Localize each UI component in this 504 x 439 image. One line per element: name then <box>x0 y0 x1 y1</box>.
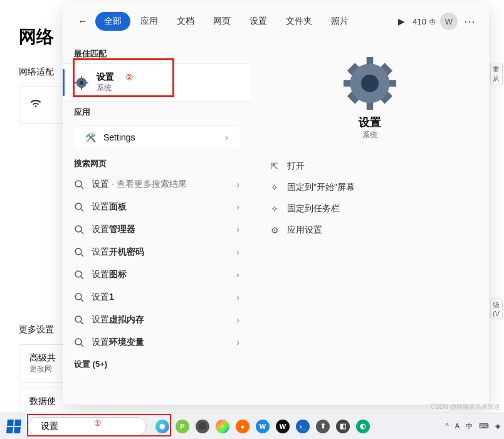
chevron-right-icon: › <box>236 202 239 212</box>
svg-point-31 <box>361 75 379 92</box>
web-item-text: 设置 - 查看更多搜索结果 <box>92 179 187 190</box>
rewards-points[interactable]: 410♔ <box>412 17 436 26</box>
pin-icon: ✧ <box>270 182 280 193</box>
svg-line-15 <box>81 277 83 279</box>
search-tabs: 全部 应用 文档 网页 设置 文件夹 照片 <box>95 12 391 31</box>
taskbar-app-icon[interactable]: ◉ <box>153 417 172 436</box>
tray-keyboard-icon[interactable]: ⌨ <box>479 422 489 430</box>
app-name: Settings <box>103 132 135 142</box>
search-header: ← 全部 应用 文档 网页 设置 文件夹 照片 ▶ 410♔ W ⋯ <box>63 3 489 40</box>
web-item-text: 设置环境变量 <box>92 337 144 348</box>
gear-icon <box>74 75 89 90</box>
action-pin-start[interactable]: ✧固定到"开始"屏幕 <box>263 177 476 198</box>
back-arrow-icon[interactable]: ← <box>74 13 92 29</box>
rewards-icon: ♔ <box>429 17 436 26</box>
taskbar-app-icon[interactable]: ● <box>233 417 252 436</box>
gear-icon: ⚙ <box>270 225 280 235</box>
action-label: 打开 <box>287 161 305 172</box>
svg-point-1 <box>80 80 83 84</box>
chevron-right-icon: › <box>236 225 239 235</box>
gear-icon-large <box>344 57 396 110</box>
search-results-left: 最佳匹配 设置 系统 应用 🛠️ Settings › 搜索网页 <box>63 40 251 405</box>
best-match-item[interactable]: 设置 系统 <box>63 63 251 102</box>
action-app-settings[interactable]: ⚙应用设置 <box>263 220 476 241</box>
web-search-item[interactable]: 设置1› <box>63 286 251 309</box>
open-icon: ⇱ <box>270 161 280 171</box>
search-details-right: 设置 系统 ⇱打开 ✧固定到"开始"屏幕 ✧固定到任务栏 ⚙应用设置 <box>251 40 489 405</box>
search-input[interactable] <box>41 421 150 431</box>
action-label: 固定到任务栏 <box>287 203 340 214</box>
chevron-right-icon: › <box>225 132 228 142</box>
svg-line-9 <box>81 209 83 211</box>
taskbar-app-icon[interactable]: W <box>253 417 272 436</box>
tray-chevron-icon[interactable]: ^ <box>445 422 448 430</box>
chevron-right-icon: › <box>236 179 239 189</box>
taskbar-search[interactable] <box>28 417 147 436</box>
search-icon <box>74 315 84 325</box>
web-item-text: 设置图标 <box>92 269 127 280</box>
web-search-item[interactable]: 设置虚拟内存› <box>63 309 251 331</box>
taskbar-app-icon[interactable]: W <box>273 417 292 436</box>
start-button[interactable] <box>4 416 24 436</box>
taskbar-app-icon[interactable]: ○ <box>213 417 232 436</box>
tab-apps[interactable]: 应用 <box>132 12 167 31</box>
search-icon <box>74 247 84 257</box>
windows-logo-icon <box>6 420 21 433</box>
svg-point-14 <box>75 271 81 277</box>
taskbar-apps: ◉ P ⬛ ○ ● W W ›_ ⬆ ◧ ◐ <box>153 417 372 436</box>
svg-line-21 <box>81 344 83 347</box>
action-open[interactable]: ⇱打开 <box>263 156 476 177</box>
taskbar-app-icon[interactable]: ◧ <box>333 417 352 436</box>
tab-docs[interactable]: 文档 <box>168 12 203 31</box>
tab-settings[interactable]: 设置 <box>241 12 276 31</box>
tab-web[interactable]: 网页 <box>204 12 239 31</box>
more-icon[interactable]: ⋯ <box>461 14 478 28</box>
tray-ime[interactable]: 中 <box>466 421 473 431</box>
web-search-item[interactable]: 设置图标› <box>63 263 251 286</box>
web-search-item[interactable]: 设置管理器› <box>63 218 251 241</box>
chevron-right-icon: › <box>236 337 239 347</box>
svg-point-12 <box>75 248 81 255</box>
web-search-item[interactable]: 设置 - 查看更多搜索结果› <box>63 173 251 196</box>
tab-photos[interactable]: 照片 <box>322 12 357 31</box>
best-match-title: 设置 <box>97 71 114 83</box>
web-item-text: 设置开机密码 <box>92 246 144 258</box>
more-settings-label[interactable]: 设置 (5+) <box>63 354 251 374</box>
web-search-item[interactable]: 设置面板› <box>63 196 251 218</box>
web-search-item[interactable]: 设置环境变量› <box>63 331 251 354</box>
action-pin-taskbar[interactable]: ✧固定到任务栏 <box>263 198 476 220</box>
search-icon <box>74 270 84 280</box>
svg-rect-3 <box>81 87 82 90</box>
search-icon <box>74 337 84 347</box>
taskbar-app-icon[interactable]: ⬛ <box>193 417 212 436</box>
apps-label: 应用 <box>63 102 251 122</box>
best-match-label: 最佳匹配 <box>63 43 251 63</box>
pin-icon: ✧ <box>270 204 280 214</box>
taskbar-app-icon[interactable]: P <box>173 417 192 436</box>
svg-rect-2 <box>81 76 82 78</box>
right-edge-fragments: 要从 级(V <box>490 63 503 401</box>
chevron-right-icon: › <box>236 247 239 257</box>
app-result-settings[interactable]: 🛠️ Settings › <box>74 125 239 149</box>
web-search-item[interactable]: 设置开机密码› <box>63 241 251 263</box>
search-icon <box>74 292 84 302</box>
tray-item[interactable]: A <box>455 422 459 430</box>
taskbar-app-icon[interactable]: ›_ <box>293 417 312 436</box>
fragment-text: 级(V <box>490 299 503 319</box>
tray-network-icon[interactable]: ◈ <box>495 422 500 430</box>
tab-folders[interactable]: 文件夹 <box>277 12 321 31</box>
svg-point-16 <box>75 294 81 300</box>
chevron-right-icon: › <box>236 315 239 325</box>
svg-point-8 <box>75 203 81 209</box>
play-icon[interactable]: ▶ <box>394 14 409 29</box>
points-value: 410 <box>412 17 426 26</box>
svg-point-6 <box>75 181 81 187</box>
svg-line-7 <box>81 186 83 189</box>
taskbar-app-icon[interactable]: ⬆ <box>313 417 332 436</box>
web-item-text: 设置管理器 <box>92 224 135 235</box>
taskbar-app-icon[interactable]: ◐ <box>354 417 372 436</box>
avatar[interactable]: W <box>440 13 458 30</box>
system-tray[interactable]: ^ A 中 ⌨ ◈ <box>445 413 500 439</box>
svg-line-19 <box>81 322 83 324</box>
tab-all[interactable]: 全部 <box>95 12 130 31</box>
